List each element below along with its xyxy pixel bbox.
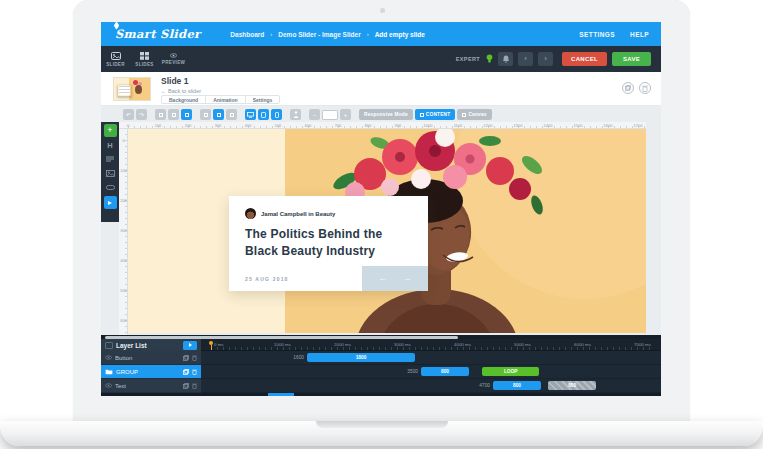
undo-button[interactable]: ↶	[123, 109, 134, 120]
next-arrow-button[interactable]: →	[403, 274, 412, 283]
ruler-toggle-button[interactable]	[155, 109, 166, 120]
visibility-eye-icon[interactable]	[105, 383, 112, 388]
next-slide-button[interactable]: ›	[538, 52, 553, 66]
app-logo[interactable]: Smart Slider	[115, 27, 200, 41]
redo-button[interactable]: ↷	[136, 109, 147, 120]
responsive-mode-button[interactable]: Responsive Mode	[359, 109, 413, 120]
timeline-track[interactable]: 16001800	[201, 351, 661, 365]
v-ruler-tick-label: 400	[119, 258, 128, 263]
snap-toggle-button[interactable]	[181, 109, 192, 120]
layer-row-actions	[183, 383, 197, 389]
v-ruler-tick-label: 600	[119, 318, 128, 323]
layer-row-actions	[183, 355, 197, 361]
slide-canvas[interactable]: Jamal Campbell in Beauty The Politics Be…	[128, 129, 646, 333]
timeline-playhead[interactable]	[209, 341, 213, 345]
duplicate-icon[interactable]	[183, 383, 189, 389]
layer-item-text[interactable]: Text	[101, 379, 201, 393]
tablet-icon	[261, 112, 266, 118]
zoom-in-button[interactable]: +	[340, 109, 351, 120]
breadcrumb-separator: ›	[270, 31, 272, 37]
guides-toggle-button[interactable]	[168, 109, 179, 120]
add-layer-button[interactable]: +	[104, 124, 117, 137]
trash-icon[interactable]	[192, 369, 197, 375]
device-desktop-button[interactable]	[245, 109, 256, 120]
timeline-track[interactable]: 3500800LOOP	[201, 365, 661, 379]
desktop-icon	[247, 112, 254, 118]
vertical-ruler: 0100200300400500600	[119, 129, 128, 335]
image-layer-button[interactable]	[104, 168, 117, 179]
prev-arrow-button[interactable]: ←	[378, 274, 387, 283]
notifications-button[interactable]	[498, 52, 513, 66]
slider-icon	[111, 52, 121, 60]
eye-icon	[170, 53, 177, 58]
laptop-base-notch	[316, 421, 448, 428]
device-tablet-button[interactable]	[258, 109, 269, 120]
v-ruler-tick-label: 100	[119, 168, 128, 173]
visibility-eye-icon[interactable]	[105, 355, 112, 360]
settings-link[interactable]: SETTINGS	[579, 31, 615, 38]
timeline-panel: Layer List 0 ms1000 ms2000 ms3000 ms4000…	[101, 335, 661, 396]
timeline-track[interactable]: 4700800800	[201, 379, 661, 393]
tab-background[interactable]: Background	[161, 95, 206, 104]
tab-animation[interactable]: Animation	[205, 95, 245, 104]
layer-window-button[interactable]	[213, 109, 224, 120]
previous-slide-button[interactable]: ‹	[518, 52, 533, 66]
device-mobile-button[interactable]	[271, 109, 282, 120]
duplicate-icon[interactable]	[183, 355, 189, 361]
card-headline[interactable]: The Politics Behind the Black Beauty Ind…	[245, 226, 382, 260]
app-screen: Smart Slider Dashboard › Demo Slider - I…	[101, 22, 661, 396]
h-ruler-tick-label: 100	[155, 123, 162, 128]
timeline-tick-label: 2000 ms	[334, 342, 351, 347]
duplicate-icon[interactable]	[183, 369, 189, 375]
breadcrumb-add-empty-slide[interactable]: Add empty slide	[375, 31, 425, 38]
heading-layer-button[interactable]: H	[104, 140, 117, 151]
accessibility-button[interactable]	[290, 109, 301, 120]
grid-toggle-button[interactable]	[200, 109, 211, 120]
cancel-button[interactable]: CANCEL	[562, 52, 607, 66]
h-ruler-tick-label: 1100	[454, 123, 463, 128]
slide-thumbnail[interactable]	[113, 77, 151, 101]
button-layer-button[interactable]	[104, 182, 117, 193]
help-link[interactable]: HELP	[630, 31, 649, 38]
zoom-value-field[interactable]	[322, 110, 338, 120]
tab-settings[interactable]: Settings	[245, 95, 281, 104]
zoom-out-button[interactable]: −	[309, 109, 320, 120]
timeline-ruler[interactable]: 0 ms1000 ms2000 ms3000 ms4000 ms5000 ms6…	[201, 339, 661, 351]
add-content-button[interactable]: CONTENT	[415, 109, 456, 120]
overflow-toggle-button[interactable]	[226, 109, 237, 120]
timeline-row-button: Button 16001800	[101, 351, 661, 365]
breadcrumb-slider[interactable]: Demo Slider - Image Slider	[278, 31, 360, 38]
delete-slide-button[interactable]	[639, 82, 651, 94]
text-layer-button[interactable]	[104, 154, 117, 165]
canvas-mode-button[interactable]: Canvas	[457, 109, 491, 120]
breadcrumb-dashboard[interactable]: Dashboard	[230, 31, 264, 38]
timeline-bar-loop[interactable]: LOOP	[482, 367, 539, 376]
back-to-slider-link[interactable]: ← Back to slider	[161, 88, 201, 94]
layer-window-icon	[217, 113, 221, 117]
timeline-bar-1800[interactable]: 1800	[307, 353, 415, 362]
trash-icon[interactable]	[192, 383, 197, 389]
layer-list-title: Layer List	[116, 342, 180, 349]
save-button[interactable]: SAVE	[612, 52, 651, 66]
timeline-bar-800[interactable]: 800	[493, 381, 541, 390]
h-ruler-tick-label: 1200	[484, 123, 493, 128]
layer-item-button[interactable]: Button	[101, 351, 201, 365]
slider-settings-button[interactable]: SLIDER	[101, 46, 130, 72]
duplicate-slide-button[interactable]	[622, 82, 634, 94]
timeline-bar-800[interactable]: 800	[548, 381, 596, 390]
author-avatar	[245, 208, 256, 219]
logo-text: Smart Slider	[115, 27, 200, 41]
preview-button[interactable]: PREVIEW	[159, 46, 188, 72]
h-ruler-tick-label: 300	[215, 123, 222, 128]
slides-button[interactable]: SLIDES	[130, 46, 159, 72]
expert-bulb-toggle-icon[interactable]	[486, 54, 493, 64]
trash-icon[interactable]	[192, 355, 197, 361]
timeline-tick-label: 4000 ms	[454, 342, 471, 347]
layer-item-group[interactable]: GROUP	[101, 365, 201, 379]
text-icon	[106, 156, 114, 163]
timeline-play-button[interactable]	[183, 341, 197, 350]
timeline-bar-800[interactable]: 800	[421, 367, 469, 376]
slide-text-card[interactable]: Jamal Campbell in Beauty The Politics Be…	[229, 196, 428, 291]
thumbnail-card	[117, 84, 132, 97]
video-layer-button-selected[interactable]	[104, 196, 117, 209]
